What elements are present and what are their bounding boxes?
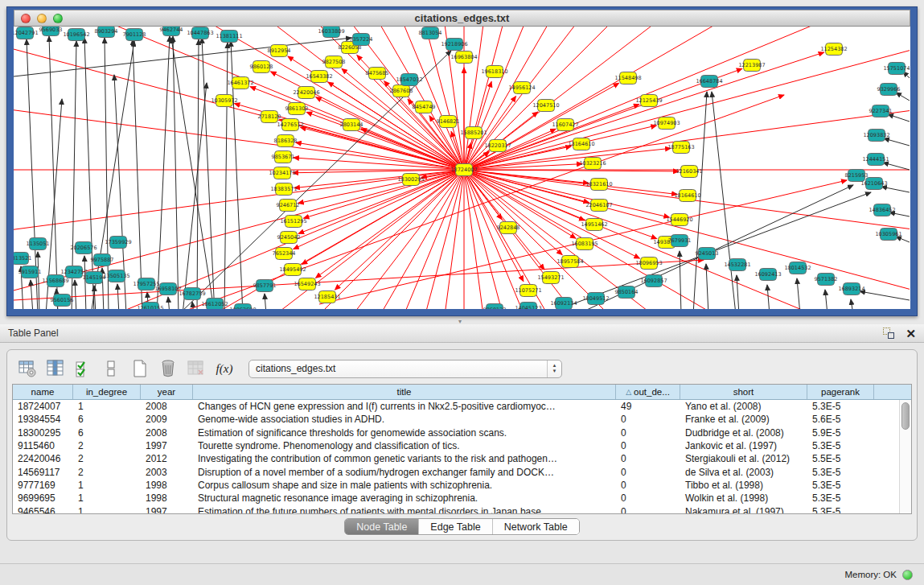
cell-name[interactable]: 18724007 [13, 400, 73, 413]
deselect-all-icon[interactable] [101, 358, 122, 379]
graph-node[interactable]: 3915911 [18, 266, 42, 278]
table-body[interactable]: 1872400712008Changes of HCN gene express… [13, 400, 911, 513]
cell-in_degree[interactable]: 6 [73, 413, 141, 426]
cell-short[interactable]: Yano et al. (2008) [680, 400, 807, 413]
new-table-icon[interactable] [129, 358, 150, 379]
citation-edge[interactable] [883, 163, 910, 170]
cell-year[interactable]: 1997 [141, 439, 193, 452]
graph-node[interactable]: 9246712 [277, 200, 300, 212]
citation-edge[interactable] [75, 280, 76, 309]
cell-out_de[interactable]: 0 [616, 479, 680, 492]
citation-edge[interactable] [265, 294, 266, 309]
graph-node[interactable]: 7652344 [273, 248, 296, 260]
graph-node[interactable]: 14836452 [869, 204, 895, 216]
cell-short[interactable]: Franke et al. (2009) [680, 413, 807, 426]
graph-node[interactable]: 9850164 [615, 286, 639, 299]
cell-title[interactable]: Disruption of a novel member of a sodium… [193, 465, 616, 478]
graph-node[interactable]: 8903294 [95, 27, 118, 38]
citation-edge[interactable] [14, 38, 351, 76]
citation-edge[interactable] [91, 41, 134, 309]
graph-node[interactable]: 18547032 [396, 74, 422, 86]
cell-name[interactable]: 9699695 [13, 492, 73, 505]
graph-node[interactable]: 9245042 [277, 232, 301, 244]
table-row[interactable]: 2242004622012Investigating the contribut… [13, 452, 911, 465]
function-builder-icon[interactable]: f(x) [214, 358, 235, 379]
graph-node[interactable]: 8215953 [845, 170, 869, 182]
table-settings-icon[interactable] [17, 358, 38, 379]
cell-year[interactable]: 1997 [141, 505, 193, 513]
scrollbar-thumb[interactable] [901, 402, 910, 430]
graph-node[interactable]: 11607427 [552, 119, 578, 131]
citation-edge[interactable] [117, 284, 119, 309]
graph-node[interactable]: 19618310 [481, 66, 507, 78]
cell-pagerank[interactable]: 5.3E-5 [807, 479, 874, 492]
graph-node[interactable]: 9857791 [253, 280, 277, 292]
graph-node[interactable]: 9571382 [815, 274, 838, 286]
graph-node[interactable]: 9560156 [51, 295, 74, 307]
graph-node[interactable]: 13505135 [103, 270, 129, 282]
graph-node[interactable]: 18096953 [635, 257, 662, 270]
graph-node[interactable]: 2867608 [390, 85, 413, 97]
citation-edge[interactable] [884, 138, 910, 146]
cell-title[interactable]: Investigating the contribution of common… [193, 452, 616, 465]
column-header-title[interactable]: title [193, 385, 616, 399]
float-panel-icon[interactable] [883, 328, 894, 339]
tab-edge-table[interactable]: Edge Table [419, 519, 492, 534]
cell-short[interactable]: Jankovic et al. (1997) [680, 439, 807, 452]
citation-edge[interactable] [84, 256, 86, 309]
vertical-scrollbar[interactable] [899, 400, 911, 513]
citation-edge[interactable] [335, 170, 464, 290]
table-row[interactable]: 1872400712008Changes of HCN gene express… [13, 400, 911, 413]
graph-node[interactable]: 12444151 [862, 154, 889, 166]
citation-edge[interactable] [464, 170, 639, 258]
graph-node[interactable]: 10305961 [875, 229, 901, 241]
graph-node[interactable]: 8475685 [366, 68, 389, 80]
cell-name[interactable]: 18300295 [13, 426, 73, 439]
graph-node[interactable]: 9242848 [497, 222, 520, 234]
graph-node[interactable]: 11254382 [820, 43, 847, 56]
cell-pagerank[interactable]: 5.3E-5 [807, 439, 874, 452]
cell-year[interactable]: 2009 [141, 413, 193, 426]
cell-title[interactable]: Corpus callosum shape and size in male p… [193, 479, 616, 492]
cell-in_degree[interactable]: 1 [73, 479, 141, 492]
close-panel-icon[interactable]: ✕ [906, 328, 916, 340]
cell-short[interactable]: Stergiakouli et al. (2012) [680, 452, 807, 465]
cell-title[interactable]: Changes of HCN gene expression and I(f) … [193, 400, 616, 413]
graph-node[interactable]: 18164610 [674, 190, 700, 202]
table-row[interactable]: 1456911722003Disruption of a novel membe… [13, 465, 911, 478]
citation-edge[interactable] [271, 72, 464, 170]
cell-in_degree[interactable]: 6 [73, 426, 141, 439]
graph-node[interactable]: 16893214 [838, 283, 864, 295]
graph-node[interactable]: 9853671 [272, 151, 295, 163]
graph-node[interactable]: 16461372 [227, 77, 253, 89]
graph-node[interactable]: 15493271 [537, 272, 564, 284]
graph-node[interactable]: 16092134 [550, 298, 577, 310]
graph-node[interactable]: 13164610 [568, 138, 594, 150]
cell-out_de[interactable]: 0 [616, 452, 680, 465]
graph-node[interactable]: 14532281 [724, 259, 750, 271]
graph-node[interactable]: 10974903 [653, 117, 680, 130]
table-row[interactable]: 1938455462009Genome-wide association stu… [13, 413, 911, 426]
cell-short[interactable]: de Silva et al. (2003) [680, 465, 807, 478]
column-header-pagerank[interactable]: pagerank [807, 385, 874, 399]
graph-node[interactable]: 7357224 [350, 34, 373, 46]
cell-pagerank[interactable]: 5.3E-5 [807, 465, 874, 478]
graph-node[interactable]: 18049512 [582, 293, 609, 305]
cell-out_de[interactable]: 0 [616, 413, 680, 426]
cell-year[interactable]: 2003 [141, 465, 193, 478]
citation-edge[interactable] [302, 170, 464, 264]
graph-node[interactable]: 9975887 [91, 254, 114, 266]
cell-pagerank[interactable]: 5.5E-5 [807, 452, 874, 465]
column-visibility-icon[interactable] [45, 358, 66, 379]
graph-node[interactable]: 9227341 [869, 105, 893, 117]
table-row[interactable]: 911546021997Tourette syndrome. Phenomeno… [13, 439, 911, 452]
graph-node[interactable]: 11075271 [515, 285, 541, 297]
graph-node[interactable]: 9329966 [877, 84, 901, 96]
column-header-name[interactable]: name [13, 385, 73, 399]
graph-node[interactable]: 9860128 [250, 61, 273, 73]
graph-node[interactable]: 10447863 [187, 27, 213, 39]
graph-node[interactable]: 1135051 [27, 238, 50, 250]
graph-node[interactable]: 2718120 [258, 111, 281, 123]
cell-name[interactable]: 9465546 [13, 505, 73, 513]
graph-node[interactable]: 9827508 [322, 56, 346, 68]
